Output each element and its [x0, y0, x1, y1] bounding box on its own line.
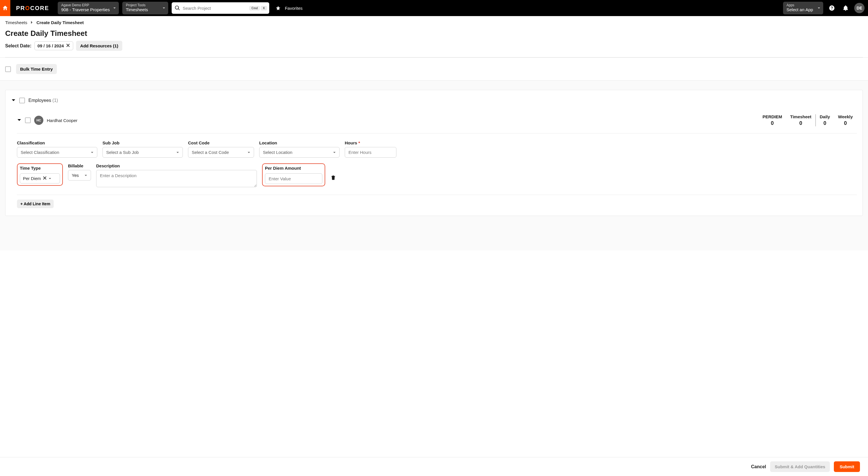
project-tools-selector[interactable]: Project Tools Timesheets — [122, 2, 168, 14]
favorites-label: Favorites — [285, 6, 303, 11]
project-tools-label: Project Tools — [126, 3, 159, 7]
daily-stat-value: 0 — [820, 120, 830, 126]
classification-label: Classification — [17, 140, 97, 145]
perdiem-label: Per Diem Amount — [265, 166, 322, 171]
select-all-checkbox[interactable] — [5, 66, 11, 72]
perdiem-input[interactable] — [265, 173, 322, 184]
location-field: Location Select Location — [259, 140, 340, 158]
search-icon — [175, 5, 180, 11]
perdiem-stat-value: 0 — [763, 120, 782, 126]
timesheet-panel: Employees (1) HC Hardhat Cooper PERDIEM … — [5, 90, 863, 216]
add-line-item-button[interactable]: + Add Line Item — [17, 200, 54, 208]
favorites-button[interactable]: Favorites — [276, 5, 303, 11]
user-avatar[interactable]: DE — [854, 3, 865, 13]
date-input[interactable]: 09 / 16 / 2024 — [34, 41, 73, 50]
chevron-down-icon — [817, 6, 820, 10]
employees-count: (1) — [53, 98, 58, 103]
hours-input[interactable] — [345, 147, 396, 158]
location-select[interactable]: Select Location — [259, 147, 340, 158]
daily-stat-label: Daily — [820, 114, 830, 119]
home-button[interactable] — [0, 0, 10, 16]
search-input[interactable] — [183, 6, 247, 11]
chevron-down-icon — [91, 150, 94, 155]
classification-select[interactable]: Select Classification — [17, 147, 97, 158]
employee-checkbox[interactable] — [25, 117, 31, 123]
logo: PROCORE — [14, 5, 54, 11]
chevron-down-icon — [113, 6, 116, 10]
chevron-down-icon — [84, 173, 87, 178]
breadcrumb-current: Create Daily Timesheet — [36, 20, 84, 25]
search-container[interactable]: Cmd K — [172, 2, 269, 14]
subjob-label: Sub Job — [102, 140, 183, 145]
collapse-employees-icon[interactable] — [11, 98, 16, 103]
classification-field: Classification Select Classification — [17, 140, 97, 158]
project-tools-value: Timesheets — [126, 7, 159, 12]
chevron-down-icon — [176, 150, 179, 155]
company-selector-value: 908 - Traverse Properties — [61, 7, 110, 12]
bell-icon — [842, 5, 849, 11]
company-selector[interactable]: Agave Demo ERP 908 - Traverse Properties — [58, 2, 119, 14]
timesheet-stat-label: Timesheet — [790, 114, 811, 119]
costcode-select[interactable]: Select a Cost Code — [188, 147, 254, 158]
select-date-label: Select Date: — [5, 43, 32, 49]
employee-avatar: HC — [34, 116, 43, 125]
apps-selector-label: Apps — [786, 3, 814, 7]
line-item-row-1: Classification Select Classification Sub… — [17, 140, 857, 158]
chevron-down-icon — [162, 6, 165, 10]
home-icon — [2, 5, 8, 11]
clear-timetype-icon[interactable] — [43, 176, 47, 181]
weekly-stat-label: Weekly — [838, 114, 853, 119]
line-item-row-2: Time Type Per Diem Billable Yes — [17, 163, 857, 187]
company-selector-label: Agave Demo ERP — [61, 3, 110, 7]
description-input[interactable] — [96, 170, 257, 187]
page-title: Create Daily Timesheet — [5, 29, 863, 38]
bulk-row: Bulk Time Entry — [0, 58, 868, 81]
billable-select[interactable]: Yes — [68, 170, 91, 181]
weekly-stat-value: 0 — [838, 120, 853, 126]
location-label: Location — [259, 140, 340, 145]
bulk-time-entry-button[interactable]: Bulk Time Entry — [16, 64, 57, 74]
breadcrumb: Timesheets Create Daily Timesheet — [5, 20, 863, 25]
costcode-label: Cost Code — [188, 140, 254, 145]
hours-field: Hours * — [345, 140, 396, 158]
apps-selector-value: Select an App — [786, 7, 814, 12]
star-icon — [276, 5, 281, 11]
billable-field: Billable Yes — [68, 163, 91, 181]
main: Employees (1) HC Hardhat Cooper PERDIEM … — [0, 81, 868, 250]
help-icon — [829, 5, 835, 11]
description-field: Description — [96, 163, 257, 187]
date-row: Select Date: 09 / 16 / 2024 Add Resource… — [5, 41, 863, 57]
delete-line-button[interactable] — [330, 175, 336, 181]
costcode-field: Cost Code Select a Cost Code — [188, 140, 254, 158]
perdiem-stat-label: PERDIEM — [763, 114, 782, 119]
apps-selector[interactable]: Apps Select an App — [783, 2, 823, 14]
billable-label: Billable — [68, 163, 91, 168]
help-button[interactable] — [827, 3, 837, 13]
add-resources-button[interactable]: Add Resources (1) — [76, 41, 122, 51]
subjob-field: Sub Job Select a Sub Job — [102, 140, 183, 158]
perdiem-field-highlighted: Per Diem Amount — [262, 163, 325, 186]
chevron-right-icon — [30, 20, 34, 25]
employee-section: HC Hardhat Cooper PERDIEM 0 Timesheet 0 … — [11, 111, 857, 208]
employees-label: Employees (1) — [28, 98, 58, 103]
timetype-select[interactable]: Per Diem — [20, 173, 60, 183]
description-label: Description — [96, 163, 257, 168]
date-value: 09 / 16 / 2024 — [38, 43, 64, 48]
timetype-field-highlighted: Time Type Per Diem — [17, 163, 63, 186]
subjob-select[interactable]: Select a Sub Job — [102, 147, 183, 158]
employees-header: Employees (1) — [11, 98, 857, 103]
employees-checkbox[interactable] — [19, 98, 25, 103]
divider — [17, 195, 857, 195]
employee-name: Hardhat Cooper — [47, 118, 78, 123]
chevron-down-icon — [247, 150, 250, 155]
timetype-label: Time Type — [20, 166, 60, 171]
breadcrumb-root[interactable]: Timesheets — [5, 20, 27, 25]
trash-icon — [330, 175, 336, 181]
employee-stats: PERDIEM 0 Timesheet 0 Daily 0 Weekly 0 — [758, 114, 857, 126]
hours-label: Hours * — [345, 140, 396, 145]
clear-date-icon[interactable] — [66, 43, 70, 48]
content-header: Timesheets Create Daily Timesheet Create… — [0, 16, 868, 58]
collapse-employee-icon[interactable] — [17, 118, 22, 123]
employee-row: HC Hardhat Cooper PERDIEM 0 Timesheet 0 … — [17, 111, 857, 133]
notifications-button[interactable] — [840, 3, 851, 13]
